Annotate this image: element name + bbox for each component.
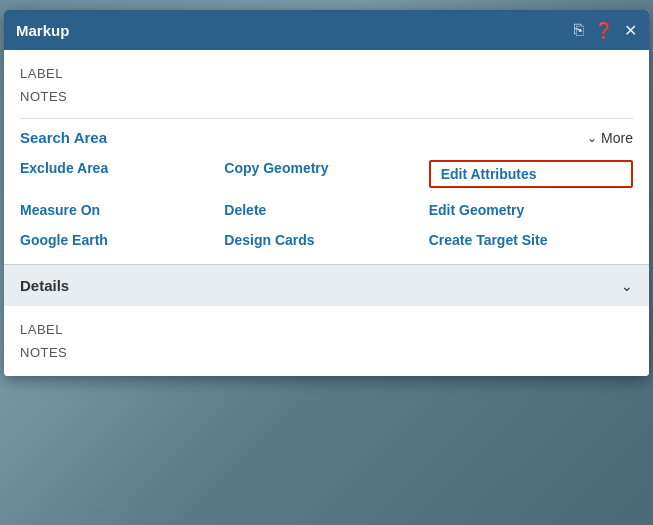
action-edit-attributes[interactable]: Edit Attributes xyxy=(429,160,633,188)
details-notes: NOTES xyxy=(20,341,633,364)
action-design-cards[interactable]: Design Cards xyxy=(224,232,428,248)
details-body: LABEL NOTES xyxy=(4,306,649,376)
modal-title: Markup xyxy=(16,22,69,39)
modal-header: Markup ⎘ ❓ ✕ xyxy=(4,10,649,50)
action-google-earth[interactable]: Google Earth xyxy=(20,232,224,248)
action-exclude-area[interactable]: Exclude Area xyxy=(20,160,224,188)
header-icons: ⎘ ❓ ✕ xyxy=(574,21,637,40)
action-edit-geometry[interactable]: Edit Geometry xyxy=(429,202,633,218)
action-copy-geometry[interactable]: Copy Geometry xyxy=(224,160,428,188)
copy-icon[interactable]: ⎘ xyxy=(574,21,584,39)
more-button[interactable]: ⌄ More xyxy=(587,130,633,146)
modal-window: Markup ⎘ ❓ ✕ LABEL NOTES Search Area ⌄ M… xyxy=(4,10,649,376)
details-label: LABEL xyxy=(20,318,633,341)
top-notes: NOTES xyxy=(20,85,633,108)
divider xyxy=(20,118,633,119)
details-title: Details xyxy=(20,277,69,294)
details-chevron-icon: ⌄ xyxy=(621,278,633,294)
search-area-row: Search Area ⌄ More xyxy=(20,129,633,146)
chevron-down-icon: ⌄ xyxy=(587,131,597,145)
actions-grid: Exclude Area Copy Geometry Edit Attribut… xyxy=(20,160,633,248)
modal-body-top: LABEL NOTES Search Area ⌄ More Exclude A… xyxy=(4,50,649,264)
action-measure-on[interactable]: Measure On xyxy=(20,202,224,218)
help-icon[interactable]: ❓ xyxy=(594,21,614,40)
search-area-link[interactable]: Search Area xyxy=(20,129,107,146)
action-create-target-site[interactable]: Create Target Site xyxy=(429,232,633,248)
action-delete[interactable]: Delete xyxy=(224,202,428,218)
more-label: More xyxy=(601,130,633,146)
close-icon[interactable]: ✕ xyxy=(624,21,637,40)
details-section-header[interactable]: Details ⌄ xyxy=(4,264,649,306)
top-label: LABEL xyxy=(20,62,633,85)
modal-container: Markup ⎘ ❓ ✕ LABEL NOTES Search Area ⌄ M… xyxy=(4,10,649,376)
